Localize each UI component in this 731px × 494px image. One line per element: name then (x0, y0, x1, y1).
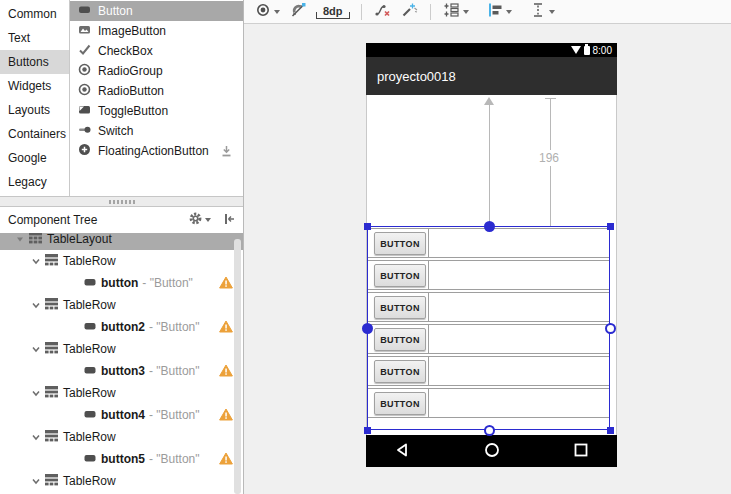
distribute-button[interactable] (527, 0, 558, 23)
tree-row-label: TableRow (63, 474, 116, 488)
constraint-anchor-bottom[interactable] (484, 425, 495, 436)
collapse-all-button[interactable] (221, 212, 235, 229)
component-tree-header: Component Tree (0, 207, 243, 233)
chevron-down-icon[interactable] (30, 387, 42, 399)
tree-row-tablerow[interactable]: TableRow (0, 382, 243, 404)
tree-row-tablerow[interactable]: TableRow (0, 250, 243, 272)
chevron-down-icon[interactable] (30, 255, 42, 267)
tree-row-button2[interactable]: button2 - "Button" (0, 316, 243, 338)
app-title: proyecto0018 (377, 69, 456, 84)
tree-row-value: - "Button" (149, 320, 200, 334)
tree-row-value: - "Button" (149, 452, 200, 466)
tree-row-label: button5 (101, 452, 145, 466)
palette-categories: Common Text Buttons Widgets Layouts Cont… (0, 0, 70, 196)
infer-constraints-button[interactable] (398, 0, 421, 23)
chevron-down-icon[interactable] (30, 299, 42, 311)
button-icon (84, 364, 96, 379)
constraint-anchor-top[interactable] (484, 221, 495, 232)
palette-category-layouts[interactable]: Layouts (0, 98, 69, 122)
tree-row-tablerow[interactable]: TableRow (0, 294, 243, 316)
resize-handle-top-right[interactable] (607, 223, 614, 230)
view-options-button[interactable] (252, 0, 283, 23)
tree-row-label: TableRow (63, 342, 116, 356)
tree-row-label: TableRow (63, 430, 116, 444)
constraint-line (489, 104, 490, 226)
tree-row-button5[interactable]: button5 - "Button" (0, 448, 243, 470)
palette-item-label: RadioGroup (98, 64, 163, 78)
palette-item-radiogroup[interactable]: RadioGroup (70, 61, 243, 81)
tree-row-label: TableRow (63, 298, 116, 312)
tablerow-icon (45, 474, 58, 489)
palette-item-floatingactionbutton[interactable]: FloatingActionButton (70, 141, 243, 161)
warning-icon[interactable] (219, 364, 233, 380)
warning-icon[interactable] (219, 276, 233, 292)
tree-row-tablerow[interactable]: TableRow (0, 426, 243, 448)
palette-category-google[interactable]: Google (0, 146, 69, 170)
default-margin-value: 8dp (320, 5, 346, 19)
autoconnect-toggle-button[interactable] (287, 0, 310, 23)
palette-category-widgets[interactable]: Widgets (0, 74, 69, 98)
warning-icon[interactable] (219, 320, 233, 336)
palette-category-buttons[interactable]: Buttons (0, 50, 69, 74)
palette-category-text[interactable]: Text (0, 26, 69, 50)
design-canvas: 8dp (244, 0, 731, 494)
radio-icon (78, 83, 91, 99)
palette-item-switch[interactable]: Switch (70, 121, 243, 141)
distribute-icon (530, 2, 546, 21)
tree-row-value: - "Button" (149, 364, 200, 378)
tablelayout-icon (29, 233, 42, 247)
checkmark-icon (78, 43, 91, 59)
download-icon[interactable] (220, 144, 233, 160)
palette-item-label: RadioButton (98, 84, 164, 98)
palette-category-legacy[interactable]: Legacy (0, 170, 69, 194)
palette-item-imagebutton[interactable]: ImageButton (70, 21, 243, 41)
chevron-down-icon (549, 10, 555, 14)
chevron-down-icon[interactable] (30, 475, 42, 487)
default-margin-control[interactable]: 8dp (314, 5, 352, 19)
constraint-anchor-left[interactable] (362, 323, 373, 334)
tree-row-tablerow[interactable]: TableRow (0, 470, 243, 492)
tree-row-value: - "Button" (142, 276, 193, 290)
component-tree-panel: Component Tree TableLayout (0, 207, 243, 494)
clear-constraints-button[interactable] (371, 0, 394, 23)
design-surface[interactable]: 8:00 proyecto0018 196 BUTTON (244, 24, 731, 494)
tree-row-button[interactable]: button - "Button" (0, 272, 243, 294)
tree-settings-button[interactable] (188, 211, 211, 229)
tree-scrollbar[interactable] (234, 239, 241, 494)
warning-icon[interactable] (219, 408, 233, 424)
expand-arrow-icon[interactable] (14, 233, 26, 245)
chevron-down-icon (274, 10, 280, 14)
tree-row-value: - "Button" (149, 408, 200, 422)
palette-category-containers[interactable]: Containers (0, 122, 69, 146)
tree-row-button3[interactable]: button3 - "Button" (0, 360, 243, 382)
chevron-down-icon[interactable] (30, 343, 42, 355)
resize-handle-bottom-left[interactable] (364, 427, 371, 434)
resize-handle-bottom-right[interactable] (607, 427, 614, 434)
tree-row-tablerow[interactable]: TableRow (0, 338, 243, 360)
chevron-down-icon[interactable] (30, 431, 42, 443)
palette-item-radiobutton[interactable]: RadioButton (70, 81, 243, 101)
warning-icon[interactable] (219, 452, 233, 468)
margin-tick-icon (346, 12, 350, 19)
palette-item-checkbox[interactable]: CheckBox (70, 41, 243, 61)
resize-handle-top-left[interactable] (364, 223, 371, 230)
component-tree-rows: TableLayout TableRow button - "Button" (0, 233, 243, 494)
align-button[interactable] (484, 0, 515, 23)
tree-row-tablelayout[interactable]: TableLayout (0, 233, 243, 250)
back-icon (394, 442, 410, 461)
toolbar-separator (430, 4, 431, 20)
tree-row-button4[interactable]: button4 - "Button" (0, 404, 243, 426)
pack-button[interactable] (440, 0, 472, 23)
panel-splitter[interactable] (0, 197, 243, 207)
recents-icon (573, 442, 589, 461)
palette-item-button[interactable]: Button (70, 1, 243, 21)
palette-item-label: ToggleButton (98, 104, 168, 118)
switch-icon (78, 123, 91, 139)
palette-category-common[interactable]: Common (0, 2, 69, 26)
palette-item-label: Button (98, 4, 133, 18)
constraint-anchor-right[interactable] (605, 323, 616, 334)
tablerow-icon (45, 342, 58, 357)
palette-item-togglebutton[interactable]: ToggleButton (70, 101, 243, 121)
autoconnect-off-icon (290, 2, 307, 21)
palette-item-label: Switch (98, 124, 133, 138)
